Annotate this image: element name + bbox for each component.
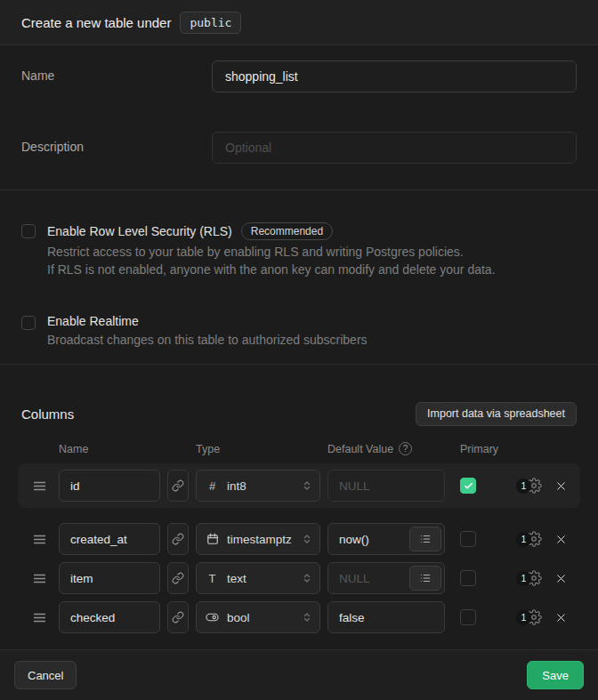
column-type-select[interactable]: bool: [196, 601, 320, 633]
foreign-key-link-button[interactable]: [167, 601, 189, 633]
close-icon: [554, 533, 568, 546]
foreign-key-link-button[interactable]: [167, 470, 189, 502]
header-type: Type: [196, 443, 320, 455]
primary-checkbox[interactable]: [460, 609, 476, 625]
remove-column-button[interactable]: [554, 572, 568, 585]
calendar-icon: [206, 533, 219, 545]
rls-description-line1: Restrict access to your table by enablin…: [47, 243, 496, 261]
header-default-value: Default Value ?: [327, 442, 445, 455]
default-value-suggestions-button[interactable]: [409, 527, 441, 551]
column-settings[interactable]: 1: [516, 570, 542, 586]
dialog-title: Create a new table under: [21, 15, 171, 30]
header-primary: Primary: [460, 443, 498, 455]
column-row-id-card: # int8: [18, 463, 580, 508]
chevron-updown-icon: [302, 612, 312, 623]
recommended-badge: Recommended: [241, 222, 333, 240]
rls-checkbox[interactable]: [21, 224, 36, 238]
link-icon: [172, 479, 184, 492]
import-spreadsheet-button[interactable]: Import data via spreadsheet: [416, 402, 577, 426]
table-description-input[interactable]: [212, 132, 577, 164]
realtime-option-body: Enable Realtime Broadcast changes on thi…: [47, 314, 368, 349]
chevron-updown-icon: [302, 534, 312, 544]
chevron-updown-icon: [302, 573, 312, 583]
column-row-id: # int8: [18, 463, 580, 508]
default-value-suggestions-button[interactable]: [409, 566, 441, 591]
column-row-checked: bool 1: [18, 601, 580, 633]
description-field-row: Description: [21, 132, 577, 164]
description-label: Description: [21, 132, 212, 154]
rls-description-line2: If RLS is not enabled, anyone with the a…: [47, 261, 496, 278]
primary-checkbox[interactable]: [460, 478, 476, 494]
table-info-section: Name Description: [0, 45, 598, 190]
drag-handle-icon[interactable]: [30, 613, 48, 623]
column-name-input[interactable]: [59, 470, 160, 502]
dialog-header: Create a new table under public: [0, 0, 598, 45]
columns-title: Columns: [21, 406, 74, 422]
check-icon: [464, 481, 473, 491]
name-label: Name: [21, 60, 212, 83]
link-icon: [172, 572, 184, 584]
rls-option-row: Enable Row Level Security (RLS) Recommen…: [21, 222, 577, 278]
settings-count-badge: 1: [516, 532, 531, 547]
toggle-icon: [206, 610, 219, 624]
close-icon: [554, 611, 568, 624]
name-field-row: Name: [21, 60, 577, 93]
realtime-checkbox[interactable]: [21, 316, 36, 330]
column-name-input[interactable]: [59, 601, 160, 633]
close-icon: [554, 572, 568, 585]
realtime-option-row: Enable Realtime Broadcast changes on thi…: [21, 314, 577, 349]
settings-count-badge: 1: [516, 610, 531, 625]
column-type-select[interactable]: timestamptz: [196, 523, 320, 555]
column-settings[interactable]: 1: [516, 531, 542, 547]
link-icon: [172, 611, 184, 624]
column-name-input[interactable]: [59, 523, 160, 555]
foreign-key-link-button[interactable]: [167, 523, 189, 555]
chevron-updown-icon: [302, 480, 312, 491]
realtime-label: Enable Realtime: [47, 314, 139, 328]
help-icon[interactable]: ?: [399, 442, 412, 455]
dialog-footer: Cancel Save: [0, 650, 598, 700]
drag-handle-icon[interactable]: [30, 574, 48, 583]
table-options-section: Enable Row Level Security (RLS) Recommen…: [0, 190, 598, 365]
column-row-item: T text 1: [18, 562, 580, 594]
columns-header-row: Name Type Default Value ? Primary: [18, 443, 580, 455]
hash-icon: #: [206, 479, 219, 493]
rls-option-body: Enable Row Level Security (RLS) Recommen…: [47, 222, 496, 278]
drag-handle-icon[interactable]: [30, 481, 48, 491]
primary-checkbox[interactable]: [460, 570, 476, 586]
column-name-input[interactable]: [59, 562, 160, 594]
create-table-dialog: Create a new table under public Name Des…: [0, 0, 598, 700]
remove-column-button[interactable]: [554, 533, 568, 546]
rls-label: Enable Row Level Security (RLS): [47, 224, 232, 238]
column-row-created-at: timestamptz 1: [18, 523, 580, 555]
columns-grid: Name Type Default Value ? Primary: [18, 443, 580, 633]
primary-checkbox[interactable]: [460, 531, 476, 547]
column-settings[interactable]: 1: [516, 478, 542, 494]
default-value-input[interactable]: [327, 601, 445, 633]
settings-count-badge: 1: [516, 571, 531, 586]
link-icon: [172, 533, 184, 545]
column-type-select[interactable]: T text: [196, 562, 320, 594]
header-name: Name: [59, 443, 160, 455]
realtime-description: Broadcast changes on this table to autho…: [47, 331, 368, 349]
schema-badge: public: [180, 12, 241, 34]
remove-column-button[interactable]: [554, 611, 568, 624]
column-settings[interactable]: 1: [516, 609, 542, 625]
list-icon: [419, 533, 432, 545]
columns-section: Columns Import data via spreadsheet Name…: [0, 365, 598, 650]
save-button[interactable]: Save: [527, 661, 584, 689]
list-icon: [419, 572, 432, 584]
column-type-select[interactable]: # int8: [196, 470, 320, 502]
cancel-button[interactable]: Cancel: [14, 661, 77, 689]
settings-count-badge: 1: [516, 479, 531, 494]
foreign-key-link-button[interactable]: [167, 562, 189, 594]
text-icon: T: [206, 572, 219, 585]
default-value-input[interactable]: [327, 470, 445, 502]
table-name-input[interactable]: [212, 60, 577, 93]
drag-handle-icon[interactable]: [30, 535, 48, 544]
close-icon: [554, 479, 568, 493]
remove-column-button[interactable]: [554, 479, 568, 493]
